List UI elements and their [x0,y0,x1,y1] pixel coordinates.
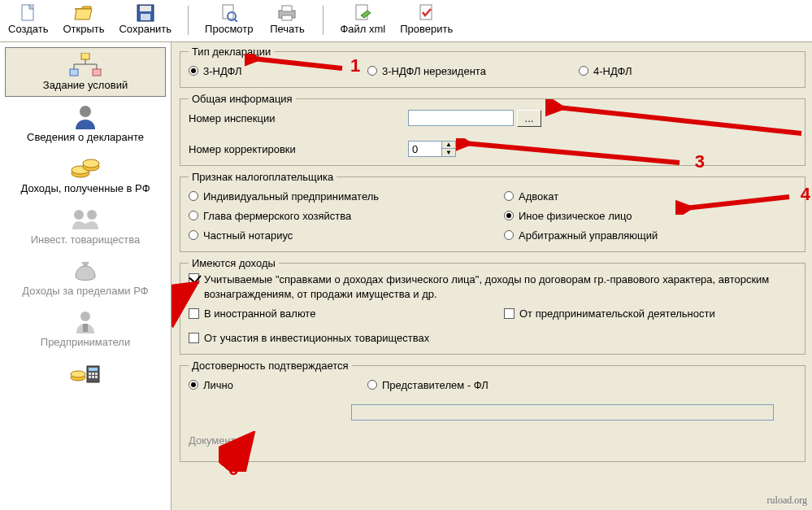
svg-rect-10 [282,15,292,20]
svg-rect-28 [83,324,88,332]
sidebar-label: Сведения о декларанте [27,131,144,143]
sidebar-item-declarant[interactable]: Сведения о декларанте [0,98,171,150]
svg-rect-9 [282,6,292,11]
save-button[interactable]: Сохранить [114,2,176,41]
doc-label: Документ [189,434,351,447]
check-icon [416,4,437,22]
new-file-icon [18,4,39,22]
svg-rect-3 [140,6,151,11]
radio-icon [189,191,198,201]
spin-up-icon[interactable]: ▲ [442,142,455,149]
group-decl-type: Тип декларации 3-НДФЛ 3-НДФЛ нерезидента… [180,46,805,88]
radio-ip[interactable]: Индивидуальный предприниматель [189,190,379,203]
sidebar-item-income-foreign: Доходы за пределами РФ [0,252,171,303]
checkbox-icon [504,308,515,319]
radio-4ndfl[interactable]: 4-НДФЛ [579,65,632,77]
toolbar-separator [323,6,323,35]
inspection-input[interactable] [408,110,514,126]
svg-point-25 [74,210,84,220]
svg-rect-12 [420,5,432,20]
folder-open-icon [73,4,94,22]
radio-self[interactable]: Лично [189,379,351,391]
flowchart-icon [66,51,105,79]
rep-name-input [351,404,774,421]
radio-3ndfl[interactable]: 3-НДФЛ [189,65,351,77]
check-biz[interactable]: От предпринимательской деятельности [504,307,715,320]
svg-rect-13 [81,53,89,59]
legend: Признак налогоплательщика [189,171,337,183]
correction-input[interactable] [408,141,442,157]
check-invest[interactable]: От участия в инвестиционных товарищества… [189,332,429,344]
open-button[interactable]: Открыть [58,2,109,41]
radio-icon [189,211,198,220]
correction-label: Номер корректировки [189,143,408,155]
spin-down-icon[interactable]: ▼ [442,149,455,156]
svg-rect-38 [95,376,98,378]
sidebar-item-entrepreneurs: Предприниматели [0,303,171,355]
svg-point-20 [80,106,91,117]
radio-icon [189,66,198,76]
content-panel: Тип декларации 3-НДФЛ 3-НДФЛ нерезидента… [172,42,812,510]
svg-line-7 [234,19,237,22]
legend: Тип декларации [189,46,274,58]
radio-icon [189,380,198,390]
svg-rect-34 [92,373,94,375]
money-bag-icon [66,257,105,285]
group-income: Имеются доходы Учитываемые "справками о … [180,257,805,355]
radio-advocate[interactable]: Адвокат [504,190,558,203]
svg-rect-33 [89,373,91,375]
radio-icon [579,66,588,76]
radio-icon [189,230,198,240]
create-button[interactable]: Создать [3,2,53,41]
radio-rep[interactable]: Представителем - ФЛ [367,379,489,391]
check-foreign[interactable]: В иностранной валюте [189,307,315,320]
svg-rect-18 [70,69,78,76]
person-icon [66,103,105,131]
preview-button[interactable]: Просмотр [200,2,258,41]
sidebar-label: Доходы за пределами РФ [22,285,148,297]
check-button[interactable]: Проверить [395,2,458,41]
sidebar-label: Задание условий [43,79,128,91]
sidebar-label: Доходы, полученные в РФ [20,182,150,194]
svg-rect-37 [92,376,94,378]
inspection-label: Номер инспекции [189,112,408,124]
handshake-icon [66,206,105,233]
print-button[interactable]: Печать [263,2,311,41]
group-general: Общая информация Номер инспекции ... Ном… [180,93,805,166]
radio-arbitr[interactable]: Арбитражный управляющий [504,229,658,242]
radio-person[interactable]: Иное физическое лицо [504,210,632,222]
checkbox-icon [189,273,199,284]
toolbar: Создать Открыть Сохранить Просмотр Печат… [0,0,812,42]
main-area: Задание условий Сведения о декларанте До… [0,42,812,510]
radio-icon [504,191,514,201]
sidebar-item-conditions[interactable]: Задание условий [5,47,166,97]
inspection-browse-button[interactable]: ... [517,110,541,127]
svg-point-30 [71,371,85,377]
group-trust: Достоверность подтверждается Лично Предс… [180,360,805,462]
xml-file-icon [352,4,373,22]
svg-point-24 [83,159,99,168]
svg-rect-19 [93,69,101,76]
radio-farm[interactable]: Глава фермерского хозяйства [189,210,351,222]
correction-spinner[interactable]: ▲ ▼ [408,141,456,157]
coins-icon [66,155,105,182]
legend: Общая информация [189,93,296,105]
check-result[interactable]: Учитываемые "справками о доходах физичес… [189,272,773,301]
radio-icon [504,230,514,240]
svg-rect-36 [89,376,91,378]
printer-icon [276,4,297,22]
floppy-icon [135,4,156,22]
sidebar: Задание условий Сведения о декларанте До… [0,42,172,510]
sidebar-label: Инвест. товарищества [31,233,141,246]
xml-button[interactable]: Файл xml [335,2,390,41]
legend: Имеются доходы [189,257,279,269]
businessman-icon [66,308,105,336]
watermark: ruload.org [767,495,807,507]
radio-notary[interactable]: Частный нотариус [189,229,293,242]
sidebar-item-extra[interactable] [0,355,171,387]
radio-icon [504,211,514,220]
preview-icon [219,4,240,22]
calculator-coins-icon [66,360,105,387]
radio-3ndfl-nonres[interactable]: 3-НДФЛ нерезидента [367,65,562,77]
sidebar-item-income-rf[interactable]: Доходы, полученные в РФ [0,150,171,201]
